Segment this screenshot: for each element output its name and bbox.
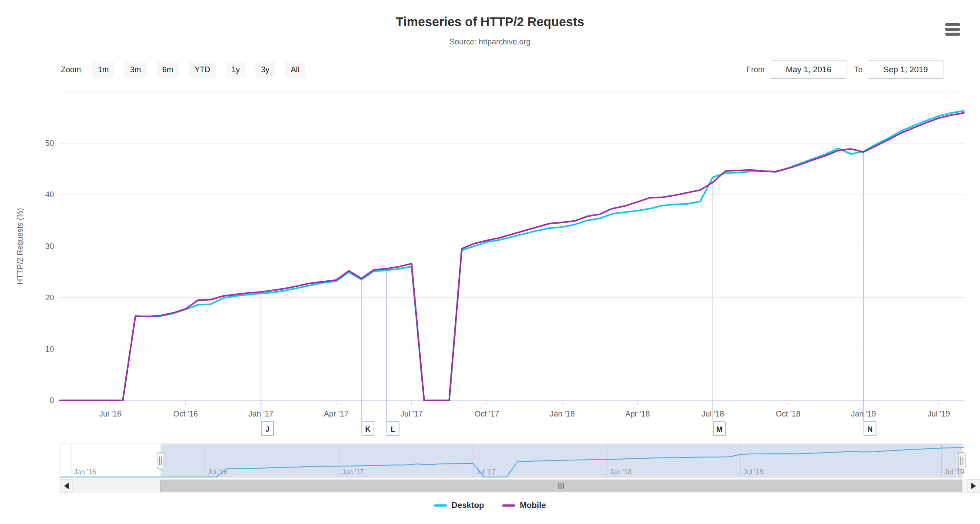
legend-label: Mobile: [520, 500, 546, 510]
x-axis-label: Jul '17: [400, 410, 423, 418]
y-axis-label: 40: [45, 190, 54, 199]
x-axis-label: Apr '17: [324, 410, 348, 418]
y-axis-label: 50: [45, 139, 54, 148]
y-axis-label: 30: [45, 242, 54, 251]
x-axis-label: Jan '18: [550, 410, 574, 418]
highstock-chart: Timeseries of HTTP/2 Requests Source: ht…: [0, 0, 980, 524]
flag-label-M: M: [716, 425, 722, 433]
navigator-axis-label: Jul '17: [476, 468, 496, 476]
navigator-axis-label: Jul '19: [944, 468, 964, 476]
navigator-handle-left[interactable]: [157, 453, 164, 469]
x-axis-label: Oct '16: [173, 410, 198, 418]
y-axis-label: 0: [50, 396, 54, 405]
x-axis-label: Jul '16: [99, 410, 121, 418]
x-axis-label: Apr '18: [625, 410, 650, 418]
legend-swatch-mobile: [502, 504, 515, 507]
x-axis-label: Oct '18: [776, 410, 800, 418]
navigator-selected-range[interactable]: [161, 444, 962, 477]
navigator-handle-right[interactable]: [958, 453, 965, 469]
navigator-axis-label: Jul '18: [743, 468, 763, 476]
legend-item-mobile[interactable]: Mobile: [502, 500, 546, 510]
x-axis-label: Oct '17: [475, 410, 499, 418]
series-line-mobile[interactable]: [60, 113, 964, 400]
navigator-axis-label: Jan '17: [342, 468, 364, 476]
chart-plot-area[interactable]: 01020304050HTTP/2 Requests (%)Jul '16Oct…: [0, 0, 980, 524]
y-axis-title: HTTP/2 Requests (%): [16, 208, 24, 285]
legend-item-desktop[interactable]: Desktop: [434, 500, 484, 510]
y-axis-label: 20: [45, 293, 54, 302]
legend: DesktopMobile: [0, 500, 980, 510]
flag-label-L: L: [391, 425, 395, 433]
navigator-axis-label: Jul '16: [208, 468, 228, 476]
y-axis-label: 10: [45, 345, 54, 353]
legend-swatch-desktop: [434, 504, 447, 507]
navigator-axis-label: Jan '16: [74, 468, 96, 476]
x-axis-label: Jul '19: [928, 410, 950, 418]
navigator-axis-label: Jan '18: [610, 468, 632, 476]
legend-label: Desktop: [451, 500, 484, 510]
flag-label-K: K: [365, 425, 371, 433]
flag-label-J: J: [265, 425, 269, 433]
flag-label-N: N: [867, 425, 873, 433]
